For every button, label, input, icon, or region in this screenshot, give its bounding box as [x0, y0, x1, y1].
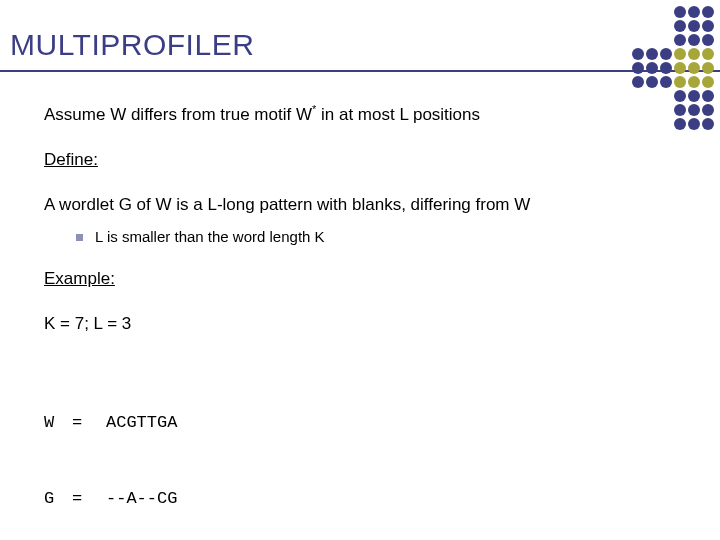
example-heading: Example:: [44, 269, 690, 289]
decoration-dot: [646, 76, 658, 88]
define-heading: Define:: [44, 150, 690, 170]
decoration-dot: [688, 48, 700, 60]
decoration-dot: [674, 48, 686, 60]
decoration-dot: [674, 62, 686, 74]
title-bar: MULTIPROFILER: [0, 0, 720, 70]
decoration-dot: [702, 20, 714, 32]
assumption-post: in at most L positions: [316, 105, 480, 124]
square-bullet-icon: [76, 234, 83, 241]
equals-sign: =: [72, 486, 106, 512]
decoration-dot: [632, 76, 644, 88]
corner-dot-decoration: [632, 6, 714, 130]
assumption-pre: Assume W differs from true motif W: [44, 105, 312, 124]
decoration-dot: [688, 76, 700, 88]
decoration-dot: [674, 104, 686, 116]
decoration-dot: [674, 90, 686, 102]
decoration-dot: [688, 20, 700, 32]
sequence-g-value: --A--CG: [106, 486, 177, 512]
decoration-dot: [702, 34, 714, 46]
bullet-text: L is smaller than the word length K: [95, 228, 325, 245]
decoration-dot: [674, 20, 686, 32]
decoration-dot: [674, 6, 686, 18]
assumption-line: Assume W differs from true motif W* in a…: [44, 102, 690, 126]
example-params: K = 7; L = 3: [44, 313, 690, 335]
decoration-dot: [646, 62, 658, 74]
sequence-w-row: W = ACGTTGA: [44, 410, 690, 436]
decoration-dot: [674, 34, 686, 46]
decoration-dot: [632, 48, 644, 60]
bullet-item: L is smaller than the word length K: [76, 228, 690, 245]
decoration-dot: [688, 62, 700, 74]
decoration-dot: [702, 6, 714, 18]
decoration-dot: [688, 6, 700, 18]
decoration-dot: [702, 90, 714, 102]
decoration-dot: [688, 104, 700, 116]
decoration-dot: [660, 62, 672, 74]
decoration-dot: [632, 62, 644, 74]
decoration-dot: [660, 76, 672, 88]
sequence-w-label: W: [44, 410, 72, 436]
decoration-dot: [702, 76, 714, 88]
decoration-dot: [646, 48, 658, 60]
decoration-dot: [702, 48, 714, 60]
decoration-dot: [702, 62, 714, 74]
slide-title: MULTIPROFILER: [10, 28, 710, 62]
decoration-dot: [688, 34, 700, 46]
equals-sign: =: [72, 410, 106, 436]
sequence-w-value: ACGTTGA: [106, 410, 177, 436]
decoration-dot: [702, 118, 714, 130]
wordlet-definition: A wordlet G of W is a L-long pattern wit…: [44, 194, 690, 216]
decoration-dot: [674, 118, 686, 130]
decoration-dot: [674, 76, 686, 88]
example-sequences: W = ACGTTGA G = --A--CG: [44, 359, 690, 540]
decoration-dot: [702, 104, 714, 116]
decoration-dot: [688, 118, 700, 130]
decoration-dot: [660, 48, 672, 60]
sequence-g-label: G: [44, 486, 72, 512]
slide-content: Assume W differs from true motif W* in a…: [0, 72, 720, 540]
sequence-g-row: G = --A--CG: [44, 486, 690, 512]
decoration-dot: [688, 90, 700, 102]
